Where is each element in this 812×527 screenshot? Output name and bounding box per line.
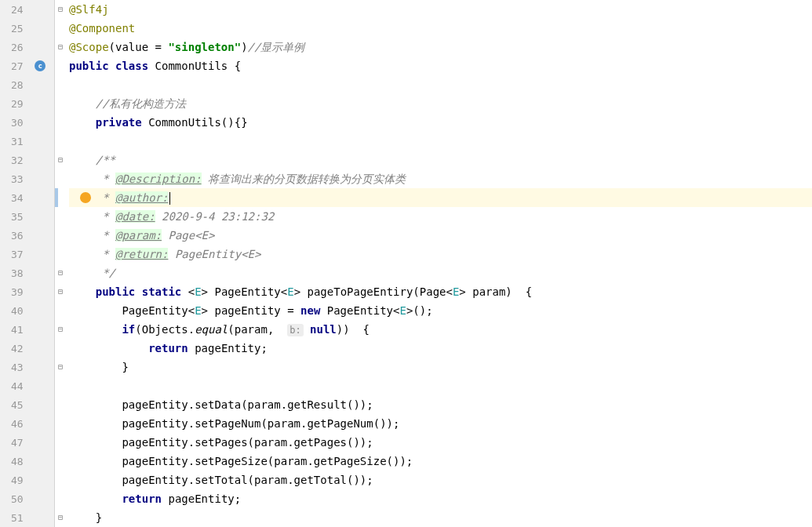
gutter-row[interactable]: 37 <box>0 245 54 264</box>
fold-collapse-icon[interactable]: ⊟ <box>56 325 64 333</box>
line-number: 51 <box>0 512 27 524</box>
code-line[interactable]: private CommonUtils(){} <box>69 113 812 132</box>
gutter-row[interactable]: 24 <box>0 0 54 19</box>
gutter-row[interactable]: 41 <box>0 320 54 339</box>
gutter-row[interactable]: 25 <box>0 19 54 38</box>
code-line[interactable]: pageEntity.setData(param.getResult()); <box>69 395 812 414</box>
token-kw: return <box>122 492 168 505</box>
class-gutter-icon[interactable]: c <box>35 60 46 71</box>
token-plain: > pageEntity = <box>202 304 300 317</box>
token-doc-comment: Page<E> <box>162 229 214 242</box>
gutter-row[interactable]: 39 <box>0 282 54 301</box>
editor-area[interactable]: ⊟@Slf4j@Component⊟@Scope(value = "single… <box>55 0 812 527</box>
line-number: 26 <box>0 42 27 53</box>
token-plain: pageEntity.setPageNum(param.getPageNum()… <box>122 417 399 430</box>
code-line[interactable]: return pageEntity; <box>69 489 812 508</box>
token-plain: (param, <box>228 323 287 336</box>
token-plain: } <box>122 361 128 373</box>
token-ann: @Scope <box>69 41 109 53</box>
code-line[interactable]: ⊟ /** <box>69 151 812 169</box>
code-line[interactable]: //私有化构造方法 <box>69 94 812 113</box>
intention-bulb-icon[interactable] <box>80 192 91 203</box>
fold-collapse-icon[interactable]: ⊟ <box>56 156 64 164</box>
gutter-row[interactable]: 47 <box>0 433 54 452</box>
code-line[interactable] <box>69 132 812 151</box>
code-line[interactable]: pageEntity.setPageSize(param.getPageSize… <box>69 452 812 471</box>
fold-collapse-icon[interactable]: ⊟ <box>56 288 64 296</box>
token-kw: private <box>96 116 148 129</box>
token-str: "singleton" <box>168 41 241 53</box>
token-comment: //私有化构造方法 <box>96 97 186 110</box>
gutter-row[interactable]: 36 <box>0 226 54 245</box>
gutter-row[interactable]: 33 <box>0 169 54 188</box>
gutter-row[interactable]: 45 <box>0 395 54 414</box>
code-line[interactable]: PageEntity<E> pageEntity = new PageEntit… <box>69 301 812 320</box>
code-line[interactable]: pageEntity.setTotal(param.getTotal()); <box>69 471 812 489</box>
gutter-row[interactable]: 30 <box>0 113 54 132</box>
gutter-row[interactable]: 35 <box>0 207 54 226</box>
code-line[interactable]: @Component <box>69 19 812 38</box>
line-number: 32 <box>0 154 27 166</box>
fold-collapse-icon[interactable]: ⊟ <box>56 43 64 51</box>
token-plain: (value = <box>109 41 169 53</box>
code-line[interactable]: * @date: 2020-9-4 23:12:32 <box>69 207 812 226</box>
code-line[interactable]: return pageEntity; <box>69 339 812 358</box>
token-kw: new <box>300 304 327 317</box>
token-plain: > param) { <box>459 285 532 298</box>
code-line[interactable]: ⊟ } <box>69 358 812 376</box>
gutter-row[interactable]: 48 <box>0 452 54 471</box>
fold-collapse-icon[interactable]: ⊟ <box>56 5 64 13</box>
line-number: 33 <box>0 173 27 185</box>
gutter-row[interactable]: 32 <box>0 151 54 169</box>
code-line[interactable]: ⊟ if(Objects.equal(param, b: null)) { <box>69 320 812 339</box>
code-line[interactable]: * @author: <box>69 188 812 207</box>
token-kw: null <box>304 323 337 336</box>
gutter-row[interactable]: 29 <box>0 94 54 113</box>
gutter-row[interactable]: 40 <box>0 301 54 320</box>
code-line[interactable]: ⊟ */ <box>69 264 812 282</box>
code-line[interactable]: pageEntity.setPages(param.getPages()); <box>69 433 812 452</box>
code-line[interactable]: ⊟ public static <E> PageEntity<E> pageTo… <box>69 282 812 301</box>
gutter-row[interactable]: 43 <box>0 358 54 376</box>
code-line[interactable]: * @return: PageEntity<E> <box>69 245 812 264</box>
fold-collapse-icon[interactable]: ⊟ <box>56 269 64 277</box>
gutter-row[interactable]: 27c <box>0 56 54 75</box>
gutter-row[interactable]: 50 <box>0 489 54 508</box>
code-line[interactable] <box>69 75 812 94</box>
fold-collapse-icon[interactable]: ⊟ <box>56 363 64 371</box>
gutter-row[interactable]: 26 <box>0 38 54 56</box>
code-line[interactable]: * @Description: 将查询出来的分页数据转换为分页实体类 <box>69 169 812 188</box>
code-line[interactable]: ⊟ } <box>69 508 812 527</box>
gutter-row[interactable]: 31 <box>0 132 54 151</box>
token-plain: < <box>188 285 195 298</box>
line-number: 37 <box>0 249 27 260</box>
gutter-row[interactable]: 51 <box>0 508 54 527</box>
gutter-row[interactable]: 42 <box>0 339 54 358</box>
fold-collapse-icon[interactable]: ⊟ <box>56 514 64 522</box>
code-line[interactable]: ⊟@Scope(value = "singleton")//显示单例 <box>69 38 812 56</box>
code-line[interactable] <box>69 376 812 395</box>
code-line[interactable]: * @param: Page<E> <box>69 226 812 245</box>
token-plain: )) { <box>337 323 370 336</box>
token-plain: PageEntity< <box>327 304 400 317</box>
code-line[interactable]: pageEntity.setPageNum(param.getPageNum()… <box>69 414 812 433</box>
gutter-row[interactable]: 28 <box>0 75 54 94</box>
gutter-row[interactable]: 49 <box>0 471 54 489</box>
token-plain: pageEntity.setTotal(param.getTotal()); <box>122 474 373 486</box>
line-number: 45 <box>0 399 27 411</box>
gutter-row[interactable]: 38 <box>0 264 54 282</box>
gutter-row[interactable]: 44 <box>0 376 54 395</box>
line-number: 31 <box>0 136 27 147</box>
line-number: 50 <box>0 493 27 505</box>
line-number: 39 <box>0 286 27 298</box>
gutter-icon-area: c <box>27 60 54 71</box>
token-plain: > PageEntity< <box>202 285 288 298</box>
token-doc-tag: @Description: <box>115 173 202 185</box>
line-number: 48 <box>0 456 27 467</box>
token-plain: PageEntity< <box>122 304 195 317</box>
gutter-row[interactable]: 34 <box>0 188 54 207</box>
code-line[interactable]: ⊟@Slf4j <box>69 0 812 19</box>
gutter-row[interactable]: 46 <box>0 414 54 433</box>
code-line[interactable]: public class CommonUtils { <box>69 56 812 75</box>
token-doc-comment: */ <box>96 267 115 279</box>
